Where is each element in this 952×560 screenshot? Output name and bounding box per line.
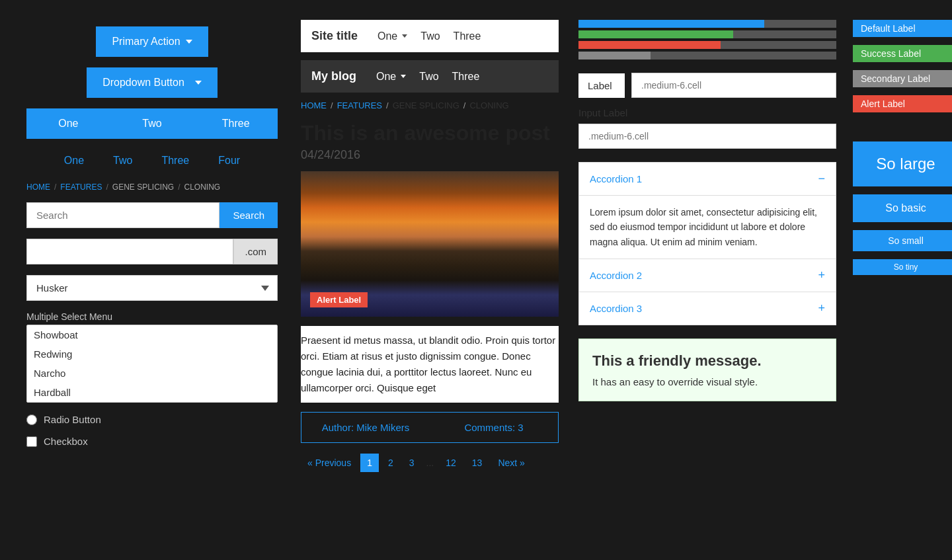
nav-link-three-light[interactable]: Three <box>454 30 481 42</box>
primary-action-label: Primary Action <box>112 36 180 48</box>
column-3: Label Input Label Accordion 1 − Lorem ip… <box>569 13 846 479</box>
progress-track-green <box>578 30 836 38</box>
post-comments[interactable]: Comments: 3 <box>430 413 558 442</box>
accordion-body-1: Lorem ipsum dolor sit amet, consectetur … <box>579 195 836 259</box>
nav-link-one-light[interactable]: One <box>377 30 407 42</box>
label-secondary: Secondary Label <box>853 70 952 87</box>
post-title: This is an awesome post <box>301 121 559 145</box>
friendly-message-title: This a friendly message. <box>592 352 822 370</box>
page-13[interactable]: 13 <box>465 454 489 472</box>
progress-fill-blue <box>578 20 764 28</box>
select-wrapper: Husker Option 2 Option 3 <box>26 275 278 301</box>
tab-one-filled[interactable]: One <box>26 108 110 139</box>
form-input-full[interactable] <box>578 124 836 149</box>
input-label-row: Input Label <box>578 107 836 118</box>
tab-group-filled: One Two Three <box>26 108 278 139</box>
btn-tiny[interactable]: So tiny <box>853 259 952 275</box>
btn-large[interactable]: So large <box>853 141 952 186</box>
form-section: Label Input Label <box>578 73 836 149</box>
radio-label: Radio Button <box>44 414 101 425</box>
nav-caret-one-dark <box>401 75 406 78</box>
nav-link-one-dark[interactable]: One <box>376 71 406 83</box>
breadcrumb-features[interactable]: FEATURES <box>60 182 102 192</box>
tab-four-plain[interactable]: Four <box>210 149 248 172</box>
nav-caret-one <box>402 34 407 38</box>
breadcrumb-home-light[interactable]: HOME <box>301 100 327 110</box>
page-3[interactable]: 3 <box>403 454 421 472</box>
page-12[interactable]: 12 <box>439 454 463 472</box>
breadcrumb-dark: HOME / FEATURES / GENE SPLICING / CLONIN… <box>26 182 278 192</box>
search-input[interactable] <box>26 202 219 228</box>
tab-one-plain[interactable]: One <box>56 149 92 172</box>
page-next[interactable]: Next » <box>491 454 531 472</box>
multiselect-group: Multiple Select Menu Showboat Redwing Na… <box>26 311 278 403</box>
btn-small[interactable]: So small <box>853 230 952 251</box>
radio-button[interactable] <box>26 415 37 425</box>
multiselect-option-4: Hardball <box>27 383 277 402</box>
post-image-wrap: Alert Label <box>301 171 559 317</box>
breadcrumb-cloning-light: CLONING <box>469 100 508 110</box>
accordion-item-1: Accordion 1 − Lorem ipsum dolor sit amet… <box>579 163 836 259</box>
breadcrumb-features-light[interactable]: FEATURES <box>337 100 382 110</box>
nav-link-two-light[interactable]: Two <box>420 30 440 42</box>
tab-three-filled[interactable]: Three <box>194 108 278 139</box>
accordion-icon-1: − <box>818 172 825 186</box>
form-input-label[interactable] <box>631 73 836 98</box>
progress-track-gray <box>578 52 836 60</box>
post-date: 04/24/2016 <box>301 148 559 162</box>
btn-basic[interactable]: So basic <box>853 194 952 222</box>
dropdown-caret-icon <box>195 81 202 85</box>
tab-three-plain[interactable]: Three <box>153 149 197 172</box>
nav-link-two-dark[interactable]: Two <box>419 71 438 83</box>
column-2: Site title One Two Three My blog One Two <box>291 13 569 479</box>
accordion-header-1[interactable]: Accordion 1 − <box>579 163 836 195</box>
section-spacer <box>853 120 952 134</box>
column-4: Default Label Success Label Secondary La… <box>846 13 952 479</box>
page-1-active[interactable]: 1 <box>360 454 379 472</box>
friendly-message: This a friendly message. It has an easy … <box>578 339 836 401</box>
page-prev[interactable]: « Previous <box>301 454 358 472</box>
multiselect-option-1: Showboat <box>27 325 277 344</box>
page-2[interactable]: 2 <box>381 454 400 472</box>
radio-group: Radio Button <box>26 414 278 425</box>
accordion-header-2[interactable]: Accordion 2 + <box>579 259 836 292</box>
breadcrumb-light: HOME / FEATURES / GENE SPLICING / CLONIN… <box>301 100 559 110</box>
primary-action-button[interactable]: Primary Action <box>96 26 208 57</box>
accordion-icon-2: + <box>818 268 825 282</box>
page-ellipsis: ... <box>424 454 437 472</box>
post-footer: Author: Mike Mikers Comments: 3 <box>301 412 559 443</box>
breadcrumb-home[interactable]: HOME <box>26 182 50 192</box>
navbar-light: Site title One Two Three <box>301 20 559 52</box>
tab-two-filled[interactable]: Two <box>110 108 194 139</box>
progress-bars <box>578 20 836 60</box>
multiselect-option-3: Narcho <box>27 364 277 383</box>
accordion-title-2: Accordion 2 <box>590 270 642 281</box>
search-group: Search <box>26 202 278 228</box>
select-menu[interactable]: Husker Option 2 Option 3 <box>26 275 278 301</box>
breadcrumb-gene-splicing-light: GENE SPLICING <box>393 100 459 110</box>
accordion-header-3[interactable]: Accordion 3 + <box>579 292 836 325</box>
search-button[interactable]: Search <box>219 202 278 228</box>
progress-fill-green <box>578 30 733 38</box>
accordion-item-2: Accordion 2 + <box>579 259 836 292</box>
primary-action-caret <box>186 40 192 44</box>
checkbox-group: Checkbox <box>26 436 278 447</box>
accordion-title-3: Accordion 3 <box>590 303 642 314</box>
site-title-dark: My blog <box>311 69 356 83</box>
nav-link-three-dark[interactable]: Three <box>452 71 480 83</box>
navbar-dark: My blog One Two Three <box>301 60 559 93</box>
tab-two-plain[interactable]: Two <box>105 149 140 172</box>
form-row-label: Label <box>578 73 836 98</box>
progress-track-red <box>578 41 836 49</box>
checkbox-input[interactable] <box>26 436 37 447</box>
breadcrumb-cloning: CLONING <box>184 182 221 192</box>
tab-group-plain: One Two Three Four <box>26 149 278 172</box>
multiselect-label: Multiple Select Menu <box>26 311 278 322</box>
input-label-text: Input Label <box>578 107 627 118</box>
post-author[interactable]: Author: Mike Mikers <box>301 413 430 442</box>
addon-input[interactable] <box>26 239 233 264</box>
dropdown-button[interactable]: Dropdown Button <box>87 67 218 98</box>
accordion: Accordion 1 − Lorem ipsum dolor sit amet… <box>578 162 836 325</box>
dropdown-button-label: Dropdown Button <box>102 77 184 89</box>
multiselect-menu[interactable]: Showboat Redwing Narcho Hardball <box>26 325 278 403</box>
